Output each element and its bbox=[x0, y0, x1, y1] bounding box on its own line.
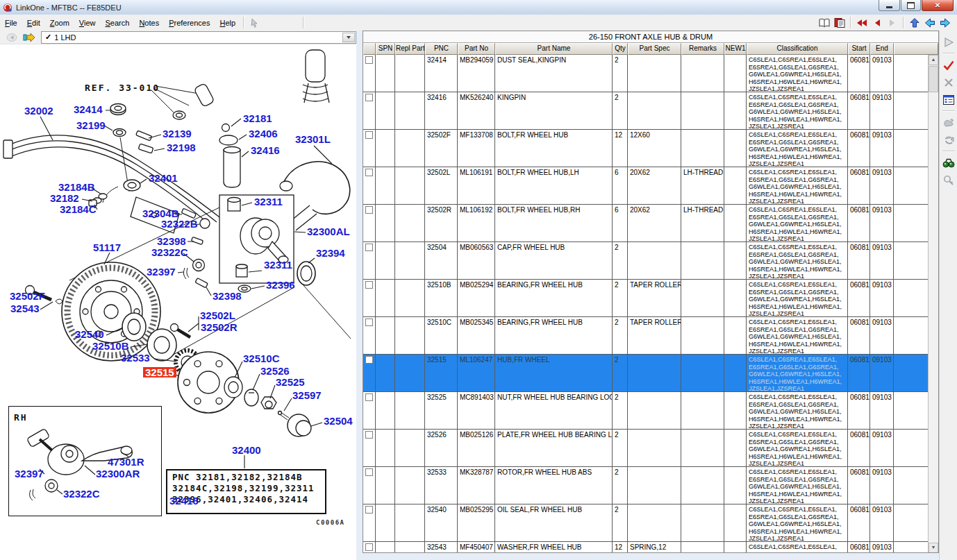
maximize-button[interactable] bbox=[901, 0, 921, 11]
goto-first-icon[interactable] bbox=[854, 16, 869, 30]
apply-check-icon[interactable] bbox=[941, 56, 956, 74]
table-scrollbar[interactable]: ▲ ▼ bbox=[928, 55, 938, 553]
part-label-32300AL[interactable]: 32300AL bbox=[307, 226, 350, 237]
menu-help[interactable]: Help bbox=[215, 16, 240, 30]
part-label-32515[interactable]: 32515 bbox=[143, 367, 176, 377]
column-header-start[interactable]: Start bbox=[848, 43, 870, 55]
table-row-32502L[interactable]: 32502LML106191BOLT,FR WHEEL HUB,LH620X62… bbox=[363, 167, 928, 205]
part-label-32300AR[interactable]: 32300AR bbox=[96, 468, 140, 479]
scrollbar-thumb[interactable] bbox=[929, 66, 938, 92]
page-back-icon[interactable] bbox=[922, 16, 938, 30]
part-label-32414[interactable]: 32414 bbox=[74, 104, 103, 114]
part-label-32322C[interactable]: 32322C bbox=[63, 489, 100, 499]
column-header-spn[interactable]: SPN bbox=[376, 43, 395, 55]
part-label-32199[interactable]: 32199 bbox=[76, 120, 106, 130]
part-label-32504[interactable]: 32504 bbox=[324, 416, 353, 426]
table-row-32526[interactable]: 32526MB025126PLATE,FR WHEEL HUB BEARING … bbox=[363, 430, 928, 467]
part-label-32510B[interactable]: 32510B bbox=[92, 341, 129, 351]
panel-divider[interactable] bbox=[356, 31, 363, 560]
row-checkbox[interactable] bbox=[365, 169, 373, 176]
menu-edit[interactable]: Edit bbox=[22, 16, 45, 30]
part-label-32502F[interactable]: 32502F bbox=[10, 291, 45, 301]
table-row-32510B[interactable]: 32510BMB025294BEARING,FR WHEEL HUB2TAPER… bbox=[363, 280, 928, 317]
column-header-end[interactable]: End bbox=[870, 43, 894, 55]
row-checkbox[interactable] bbox=[365, 56, 373, 64]
column-header-remarks[interactable]: Remarks bbox=[681, 43, 724, 55]
row-checkbox[interactable] bbox=[365, 131, 373, 139]
part-label-32182[interactable]: 32182 bbox=[50, 193, 79, 203]
part-label-32198[interactable]: 32198 bbox=[167, 142, 196, 153]
column-header-new1[interactable]: NEW1 bbox=[724, 43, 747, 55]
page-forward-icon[interactable] bbox=[938, 16, 953, 30]
part-label-32397[interactable]: 32397 bbox=[147, 266, 176, 277]
menu-preferences[interactable]: Preferences bbox=[164, 16, 215, 30]
details-view-icon[interactable] bbox=[941, 91, 956, 108]
row-checkbox[interactable] bbox=[365, 468, 373, 476]
menu-search[interactable]: Search bbox=[101, 16, 135, 30]
part-label-C0006A[interactable]: C0006A bbox=[316, 518, 345, 528]
part-label-32311[interactable]: 32311 bbox=[264, 260, 292, 270]
part-label-32184C[interactable]: 32184C bbox=[60, 204, 97, 214]
view-selector-combobox[interactable]: ✓ 1 LHD bbox=[41, 31, 356, 44]
column-header-repl-part[interactable]: Repl Part bbox=[395, 43, 425, 55]
part-label-32322C[interactable]: 32322C bbox=[151, 247, 188, 257]
minimize-button[interactable] bbox=[879, 0, 900, 11]
menu-notes[interactable]: Notes bbox=[134, 16, 164, 30]
table-row-32502F[interactable]: 32502FMF133708BOLT,FR WHEEL HUB1212X60C6… bbox=[363, 130, 928, 167]
table-row-32414[interactable]: 32414MB294059DUST SEAL,KINGPIN2C6SLEA1,C… bbox=[363, 55, 928, 92]
row-checkbox[interactable] bbox=[365, 319, 373, 326]
table-row-32525[interactable]: 32525MC891403NUT,FR WHEEL HUB BEARING LO… bbox=[363, 392, 928, 430]
combobox-dropdown-button[interactable] bbox=[342, 33, 355, 42]
part-label-32184B[interactable]: 32184B bbox=[58, 182, 95, 192]
column-header-part-spec[interactable]: Part Spec bbox=[628, 43, 681, 55]
part-label-32396[interactable]: 32396 bbox=[266, 280, 295, 290]
column-header-part-no[interactable]: Part No bbox=[458, 43, 495, 55]
table-row-32502R[interactable]: 32502RML106192BOLT,FR WHEEL HUB,RH620X62… bbox=[363, 205, 928, 242]
menu-view[interactable]: View bbox=[74, 16, 101, 30]
part-label-32301L[interactable]: 32301L bbox=[295, 134, 331, 144]
part-label-32400[interactable]: 32400 bbox=[232, 445, 261, 455]
row-checkbox[interactable] bbox=[365, 431, 373, 439]
part-label-RH[interactable]: RH bbox=[14, 412, 28, 423]
part-label-32322B[interactable]: 32322B bbox=[161, 219, 198, 229]
part-label-32397[interactable]: 32397 bbox=[15, 468, 44, 479]
part-label-32181[interactable]: 32181 bbox=[243, 113, 272, 124]
part-label-32394[interactable]: 32394 bbox=[316, 248, 345, 258]
menu-file[interactable]: File bbox=[0, 16, 22, 30]
row-checkbox[interactable] bbox=[365, 393, 373, 401]
row-checkbox[interactable] bbox=[365, 281, 373, 289]
goto-prev-icon[interactable] bbox=[869, 16, 885, 30]
part-label-51117[interactable]: 51117 bbox=[93, 242, 121, 253]
row-checkbox[interactable] bbox=[365, 506, 373, 514]
column-header-blank[interactable] bbox=[894, 43, 938, 55]
table-row-32515[interactable]: 32515ML106247HUB,FR WHEEL2C6SLEA1,C6SREA… bbox=[363, 355, 928, 392]
find-icon[interactable] bbox=[941, 154, 956, 171]
row-checkbox[interactable] bbox=[365, 94, 373, 101]
row-checkbox[interactable] bbox=[365, 206, 373, 214]
part-label-32398[interactable]: 32398 bbox=[157, 236, 186, 246]
part-label-32597[interactable]: 32597 bbox=[292, 390, 322, 400]
column-header-pnc[interactable]: PNC bbox=[425, 43, 458, 55]
up-assembly-icon[interactable] bbox=[907, 16, 922, 30]
part-label-32525[interactable]: 32525 bbox=[276, 377, 305, 387]
part-label-32406[interactable]: 32406 bbox=[249, 128, 278, 139]
part-label-32002[interactable]: 32002 bbox=[24, 105, 53, 116]
row-checkbox[interactable] bbox=[365, 244, 373, 251]
open-book-icon[interactable] bbox=[817, 16, 832, 30]
column-header-part-name[interactable]: Part Name bbox=[495, 43, 613, 55]
menu-zoom[interactable]: Zoom bbox=[45, 16, 74, 30]
part-label-32304B[interactable]: 32304B bbox=[142, 208, 179, 219]
part-label-32398[interactable]: 32398 bbox=[213, 291, 242, 301]
part-label-32401[interactable]: 32401 bbox=[149, 173, 178, 183]
table-row-32543[interactable]: 32543MF450407WASHER,FR WHEEL HUB12SPRING… bbox=[363, 542, 928, 553]
table-row-32540[interactable]: 32540MB025295OIL SEAL,FR WHEEL HUB2C6SLE… bbox=[363, 504, 928, 542]
row-checkbox[interactable] bbox=[365, 543, 373, 551]
column-header-qty[interactable]: Qty bbox=[613, 43, 628, 55]
close-button[interactable]: ✕ bbox=[922, 0, 954, 11]
scroll-down-button[interactable]: ▼ bbox=[929, 543, 938, 553]
table-row-32504[interactable]: 32504MB060563CAP,FR WHEEL HUB2C6SLEA1,C6… bbox=[363, 242, 928, 280]
part-label-32540[interactable]: 32540 bbox=[75, 329, 104, 339]
nav-go-icon[interactable] bbox=[22, 31, 37, 44]
column-header-classification[interactable]: Classification bbox=[747, 43, 848, 55]
parts-catalog-icon[interactable] bbox=[832, 16, 847, 30]
